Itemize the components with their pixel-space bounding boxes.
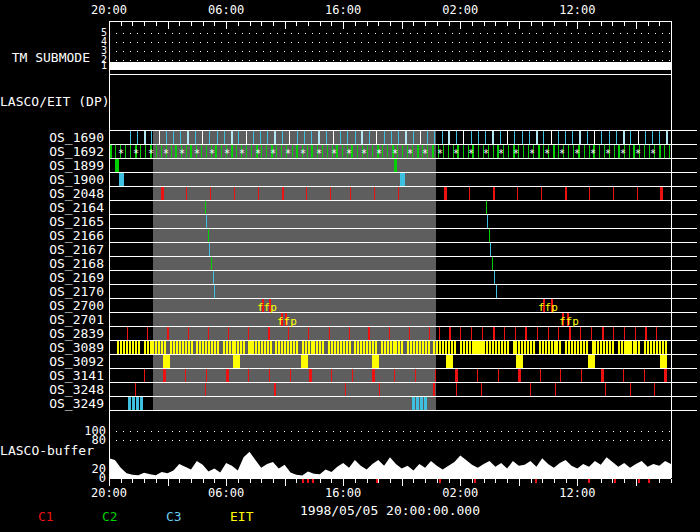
event-tick <box>600 341 602 354</box>
event-tick <box>460 327 461 340</box>
event-tick <box>260 131 261 144</box>
event-tick <box>456 383 457 396</box>
event-tick <box>159 131 160 144</box>
event-tick <box>569 327 571 340</box>
bottom-axis-tick <box>343 479 344 486</box>
event-tick <box>629 145 630 158</box>
event-tick <box>382 145 383 158</box>
bottom-time-label: 06:00 <box>208 486 244 500</box>
event-tick <box>164 341 166 354</box>
event-tick <box>228 327 229 340</box>
event-tick <box>360 341 362 354</box>
event-tick <box>243 341 245 354</box>
bottom-axis-tick <box>636 479 637 486</box>
event-tick <box>527 341 529 354</box>
buffer-gap-tick <box>439 479 441 483</box>
asterisk-mark: * <box>453 149 459 159</box>
event-tick <box>530 383 531 396</box>
event-tick <box>237 341 239 354</box>
event-tick <box>635 341 637 354</box>
event-tick <box>660 187 663 200</box>
top-axis-tick <box>437 22 438 26</box>
bottom-axis-tick <box>168 479 169 486</box>
event-tick <box>202 131 203 144</box>
event-tick <box>308 327 309 340</box>
event-tick <box>433 383 435 396</box>
event-tick <box>565 341 567 354</box>
event-tick <box>463 341 465 354</box>
event-tick <box>606 341 608 354</box>
dp-panel-top-border <box>109 74 671 75</box>
event-tick <box>161 187 164 200</box>
event-tick <box>137 131 138 144</box>
os-row-label: OS_2170 <box>0 285 104 298</box>
event-tick <box>173 131 174 144</box>
event-tick <box>416 341 418 354</box>
bottom-axis-tick <box>250 479 251 483</box>
event-tick <box>644 145 645 158</box>
event-tick <box>217 131 218 144</box>
event-tick <box>309 369 312 382</box>
legend-item-c1: C1 <box>38 509 54 524</box>
event-tick <box>485 131 486 144</box>
event-tick <box>409 327 410 340</box>
event-tick <box>454 341 456 354</box>
event-tick <box>224 131 225 144</box>
event-tick <box>261 341 263 354</box>
event-tick <box>533 341 535 354</box>
event-tick <box>460 341 462 354</box>
event-tick <box>357 145 358 158</box>
bottom-time-label: 02:00 <box>442 486 478 500</box>
event-tick <box>156 145 157 158</box>
event-tick <box>236 145 237 158</box>
bottom-axis-tick <box>121 479 122 483</box>
top-axis-tick <box>495 22 496 26</box>
tm-level-gridline <box>109 60 671 61</box>
bottom-axis-tick <box>378 479 379 483</box>
event-tick <box>666 131 668 144</box>
event-tick <box>625 341 630 354</box>
top-axis-tick <box>296 22 297 26</box>
bottom-axis-tick <box>238 479 239 483</box>
event-tick <box>579 131 581 144</box>
event-tick <box>282 131 283 144</box>
os-row-label: OS_2700 <box>0 299 104 312</box>
event-tick <box>374 187 375 200</box>
event-tick <box>187 131 189 144</box>
event-tick <box>129 341 131 354</box>
event-tick <box>419 341 421 354</box>
event-tick <box>427 131 428 144</box>
event-tick <box>389 327 390 340</box>
event-tick <box>372 369 375 382</box>
event-tick <box>589 187 590 200</box>
event-tick <box>288 327 289 340</box>
asterisk-mark: * <box>376 149 382 159</box>
event-tick <box>660 355 667 368</box>
event-tick <box>163 369 166 382</box>
asterisk-mark: * <box>179 149 185 159</box>
event-tick <box>363 341 365 354</box>
event-tick <box>372 355 379 368</box>
legend-item-c2: C2 <box>102 509 118 524</box>
event-tick <box>630 383 631 396</box>
event-tick <box>493 327 495 340</box>
event-tick <box>469 187 470 200</box>
event-tick <box>540 369 541 382</box>
event-tick <box>209 131 210 144</box>
bottom-axis-tick <box>601 479 602 483</box>
top-axis-tick <box>343 22 344 29</box>
tm-submode-label: TM SUBMODE <box>0 51 90 65</box>
bottom-axis-tick <box>495 479 496 483</box>
event-tick <box>326 131 327 144</box>
asterisk-mark: * <box>498 149 504 159</box>
buffer-gap-tick <box>588 479 590 483</box>
asterisk-mark: * <box>361 149 367 159</box>
event-tick <box>231 131 233 144</box>
event-tick <box>345 383 346 396</box>
top-time-label: 20:00 <box>91 3 127 17</box>
top-axis-tick <box>250 22 251 26</box>
event-tick <box>173 341 175 354</box>
event-tick <box>327 145 328 158</box>
bottom-axis-tick <box>671 479 672 483</box>
os-row-label: OS_1692 <box>0 145 104 158</box>
